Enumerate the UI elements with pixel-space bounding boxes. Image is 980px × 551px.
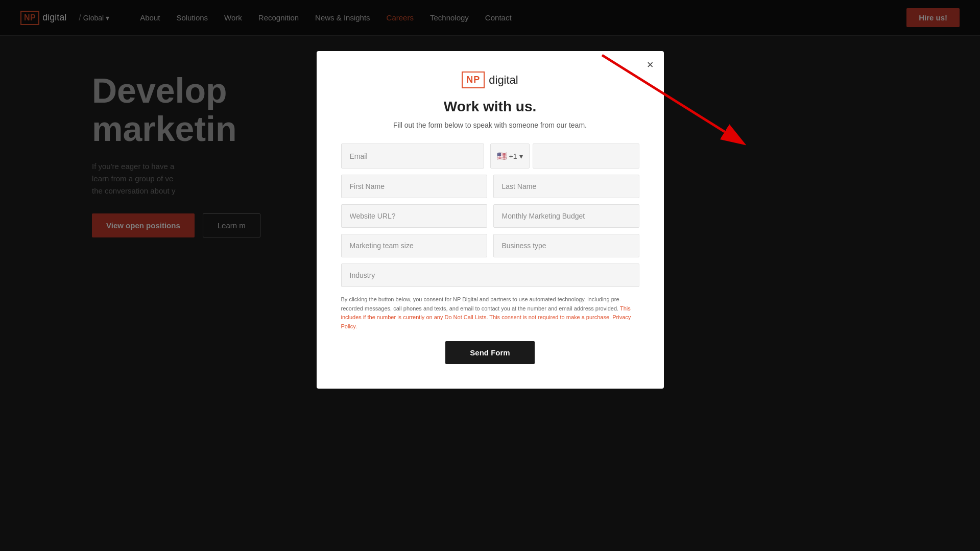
form-row-email-phone: 🇺🇸 +1 ▾ [341, 143, 639, 169]
modal-dialog: × NP digital Work with us. Fill out the … [317, 51, 664, 389]
form-row-team-business [341, 234, 639, 257]
flag-icon: 🇺🇸 [497, 151, 507, 161]
form-row-website-budget [341, 204, 639, 228]
chevron-down-icon: ▾ [519, 152, 523, 160]
phone-group: 🇺🇸 +1 ▾ [490, 143, 639, 169]
modal-logo-np: NP [462, 71, 485, 88]
first-name-input[interactable] [341, 175, 487, 198]
phone-input[interactable] [533, 143, 639, 169]
modal-logo: NP digital [341, 71, 639, 88]
modal-title: Work with us. [341, 99, 639, 115]
modal-close-button[interactable]: × [647, 59, 654, 70]
consent-text: By clicking the button below, you consen… [341, 295, 639, 331]
industry-input[interactable] [341, 263, 639, 287]
website-input[interactable] [341, 204, 487, 228]
last-name-input[interactable] [493, 175, 639, 198]
form-row-names [341, 175, 639, 198]
phone-code: +1 [509, 152, 517, 160]
consent-text-main: By clicking the button below, you consen… [341, 296, 622, 312]
form-row-industry [341, 263, 639, 287]
email-input[interactable] [341, 143, 484, 169]
modal-logo-text: digital [489, 74, 518, 87]
monthly-budget-input[interactable] [493, 204, 639, 228]
business-type-input[interactable] [493, 234, 639, 257]
send-form-button[interactable]: Send Form [445, 341, 534, 364]
phone-country-selector[interactable]: 🇺🇸 +1 ▾ [490, 143, 530, 169]
team-size-input[interactable] [341, 234, 487, 257]
modal-subtitle: Fill out the form below to speak with so… [341, 121, 639, 129]
